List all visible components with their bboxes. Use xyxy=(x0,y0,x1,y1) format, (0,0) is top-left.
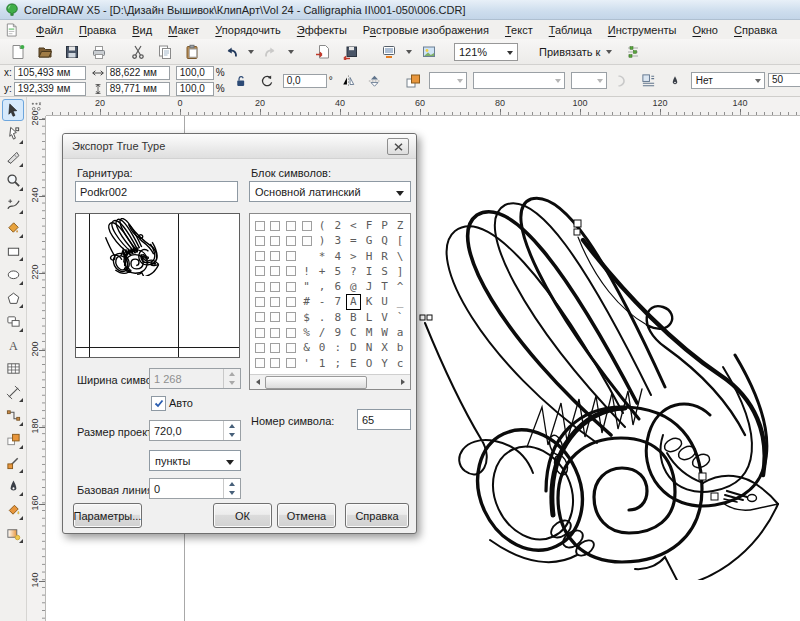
cut-button[interactable] xyxy=(126,41,150,63)
char-cell[interactable]: N xyxy=(361,340,377,355)
char-cell[interactable]: < xyxy=(346,218,362,233)
char-cell[interactable]: ` xyxy=(392,310,408,325)
char-cell[interactable]: G xyxy=(361,233,377,248)
char-cell[interactable]: 2 xyxy=(330,218,346,233)
horizontal-ruler[interactable]: 20020406080100120140 xyxy=(46,97,800,116)
welcome-screen-button[interactable] xyxy=(417,41,441,63)
undo-button[interactable] xyxy=(219,41,243,63)
menu-item-3[interactable]: Макет xyxy=(160,22,207,38)
char-cell[interactable]: A xyxy=(346,294,362,309)
menu-item-11[interactable]: Справка xyxy=(726,22,785,38)
char-cell[interactable]: W xyxy=(377,325,393,340)
charset-checkbox[interactable] xyxy=(270,358,280,368)
charset-checkbox[interactable] xyxy=(270,251,280,261)
char-cell[interactable]: Z xyxy=(392,218,408,233)
char-cell[interactable]: R xyxy=(377,249,393,264)
scroll-left-icon[interactable] xyxy=(251,376,264,388)
char-cell[interactable]: J xyxy=(361,279,377,294)
charset-checkbox[interactable] xyxy=(255,221,265,231)
charset-checkbox[interactable] xyxy=(270,343,280,353)
menu-item-9[interactable]: Инструменты xyxy=(600,22,685,38)
toolbox-pick-tool[interactable] xyxy=(2,99,24,121)
menu-item-1[interactable]: Правка xyxy=(71,22,124,38)
char-cell[interactable]: [ xyxy=(392,233,408,248)
char-cell[interactable]: ; xyxy=(330,356,346,371)
char-cell[interactable]: 8 xyxy=(330,310,346,325)
charset-checkbox[interactable] xyxy=(270,266,280,276)
zoom-level-combo[interactable]: 121% xyxy=(454,43,518,61)
charset-checkbox[interactable] xyxy=(286,312,296,322)
toolbox-polygon-tool[interactable] xyxy=(2,287,24,309)
menu-item-2[interactable]: Вид xyxy=(124,22,160,38)
mirror-horizontal-icon[interactable] xyxy=(339,71,359,91)
units-combo[interactable]: пункты xyxy=(149,450,241,471)
char-cell[interactable]: ' xyxy=(299,356,315,371)
char-cell[interactable]: , xyxy=(314,279,330,294)
auto-checkbox[interactable] xyxy=(151,396,166,411)
toolbox-fill-tool[interactable] xyxy=(2,499,24,521)
help-button[interactable]: Справка xyxy=(345,503,409,528)
charset-checkbox[interactable] xyxy=(286,236,296,246)
charset-checkbox[interactable] xyxy=(270,236,280,246)
scale-x-input[interactable]: 100,0 xyxy=(176,66,214,80)
redo-dropdown-arrow[interactable] xyxy=(288,50,294,54)
char-cell[interactable]: P xyxy=(377,218,393,233)
menu-item-5[interactable]: Эффекты xyxy=(289,22,355,38)
toolbox-crop-tool[interactable] xyxy=(2,146,24,168)
dialog-close-button[interactable] xyxy=(387,138,409,155)
char-width-spinner[interactable]: 1 268 xyxy=(149,368,241,389)
char-cell[interactable]: M xyxy=(361,325,377,340)
char-number-input[interactable]: 65 xyxy=(357,409,411,430)
export-button[interactable] xyxy=(338,41,362,63)
toolbox-connector-tool[interactable] xyxy=(2,405,24,427)
char-cell[interactable]: ) xyxy=(314,233,330,248)
char-cell[interactable]: 6 xyxy=(330,279,346,294)
char-cell[interactable]: X xyxy=(377,340,393,355)
char-cell[interactable]: > xyxy=(346,249,362,264)
object-y-input[interactable]: 192,339 мм xyxy=(14,82,86,96)
char-cell[interactable]: I xyxy=(361,264,377,279)
charset-checkbox[interactable] xyxy=(255,282,265,292)
char-cell[interactable]: ] xyxy=(392,264,408,279)
charset-checkbox[interactable] xyxy=(255,358,265,368)
project-size-spinner[interactable]: 720,0 xyxy=(149,420,241,441)
options-button[interactable]: Параметры... xyxy=(73,503,142,528)
toolbox-eyedropper-tool[interactable] xyxy=(2,452,24,474)
grid-scrollbar[interactable] xyxy=(250,374,410,389)
char-cell[interactable]: c xyxy=(392,356,408,371)
menu-item-0[interactable]: Файл xyxy=(28,22,71,38)
order-objects-icon[interactable] xyxy=(403,71,423,91)
empty-style-combo[interactable] xyxy=(429,72,467,89)
menu-item-10[interactable]: Окно xyxy=(684,22,726,38)
charset-checkbox[interactable] xyxy=(255,343,265,353)
charset-checkbox[interactable] xyxy=(270,297,280,307)
charset-checkbox[interactable] xyxy=(255,297,265,307)
char-cell[interactable]: 7 xyxy=(330,294,346,309)
toolbox-table-tool[interactable] xyxy=(2,358,24,380)
char-cell[interactable]: ? xyxy=(346,264,362,279)
char-cell[interactable]: E xyxy=(346,356,362,371)
vertical-ruler[interactable]: 260240220200180160140 xyxy=(27,116,46,621)
char-cell[interactable]: 4 xyxy=(330,249,346,264)
char-cell[interactable]: ^ xyxy=(392,279,408,294)
toolbox-freehand-tool[interactable] xyxy=(2,193,24,215)
new-button[interactable] xyxy=(6,41,30,63)
char-cell[interactable]: U xyxy=(377,294,393,309)
char-cell[interactable]: . xyxy=(314,310,330,325)
snap-options-icon[interactable] xyxy=(625,44,641,60)
copy-button[interactable] xyxy=(153,41,177,63)
outline-width-combo[interactable]: Нет xyxy=(691,72,765,89)
charset-checkbox[interactable] xyxy=(286,266,296,276)
charset-checkbox[interactable] xyxy=(270,312,280,322)
calligraphic-bird-drawing[interactable] xyxy=(415,195,800,580)
charset-checkbox[interactable] xyxy=(286,358,296,368)
char-cell[interactable]: = xyxy=(346,233,362,248)
char-cell[interactable]: Q xyxy=(377,233,393,248)
char-cell[interactable]: _ xyxy=(392,294,408,309)
object-x-input[interactable]: 105,493 мм xyxy=(14,66,86,80)
charset-checkbox[interactable] xyxy=(302,236,312,246)
scale-y-input[interactable]: 100,0 xyxy=(176,82,214,96)
char-cell[interactable]: D xyxy=(346,340,362,355)
menu-item-4[interactable]: Упорядочить xyxy=(207,22,288,38)
toolbox-outline-pen-tool[interactable] xyxy=(2,475,24,497)
